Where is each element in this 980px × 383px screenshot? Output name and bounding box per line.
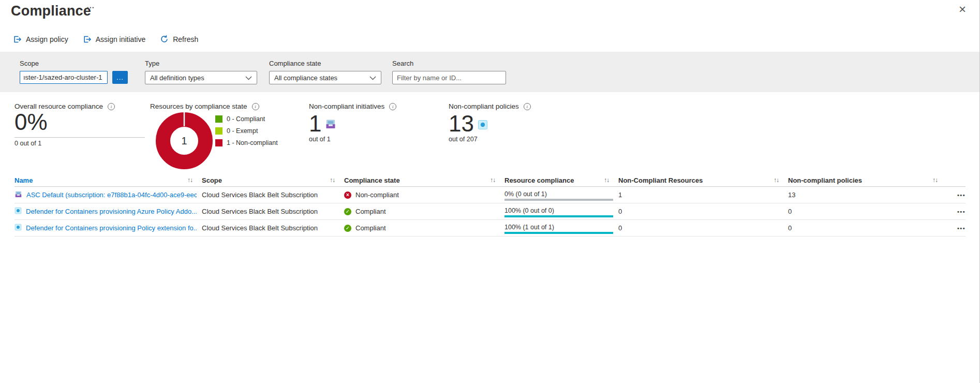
compliance-state-cell: Compliant [355, 208, 386, 215]
scope-filter: Scope ... [20, 60, 128, 84]
non-compliant-resources-cell: 1 [618, 191, 788, 199]
scope-cell: Cloud Services Black Belt Subscription [202, 208, 344, 215]
policy-name-link[interactable]: ASC Default (subscription: e7f88b1a-04fc… [26, 191, 197, 199]
compliance-state-dropdown-value: All compliance states [274, 74, 337, 82]
initiative-icon [14, 190, 22, 200]
sort-icon[interactable]: ↑↓ [774, 176, 779, 184]
compliance-state-filter: Compliance state All compliance states [269, 60, 381, 84]
column-header-name[interactable]: Name ↑↓ [14, 176, 202, 184]
chart-legend: 0 - Compliant 0 - Exempt 1 - Non-complia… [215, 115, 278, 146]
type-filter: Type All definition types [145, 60, 257, 84]
info-icon[interactable]: i [252, 103, 259, 110]
close-icon[interactable]: × [959, 3, 966, 16]
table-row: Defender for Containers provisioning Pol… [14, 220, 966, 237]
scope-browse-button[interactable]: ... [112, 71, 128, 84]
compliance-bar [504, 215, 613, 217]
title-more-icon[interactable]: ••• [87, 5, 95, 10]
non-compliant-initiatives-title: Non-compliant initiatives [309, 102, 384, 110]
policy-name-link[interactable]: Defender for Containers provisioning Azu… [26, 208, 197, 215]
assign-policy-button[interactable]: Assign policy [13, 35, 68, 43]
refresh-icon [160, 35, 169, 43]
table-header: Name ↑↓ Scope ↑↓ Compliance state ↑↓ Res… [14, 174, 966, 187]
non-compliant-policies-cell: 0 [788, 208, 947, 215]
column-header-compliance-state[interactable]: Compliance state ↑↓ [344, 176, 504, 184]
policy-icon [14, 224, 22, 232]
info-icon[interactable]: i [389, 103, 396, 110]
column-header-resource-compliance[interactable]: Resource compliance ↑↓ [504, 176, 618, 184]
chevron-down-icon [369, 74, 376, 82]
compliant-icon: ✓ [344, 208, 351, 215]
non-compliant-policies-cell: 13 [788, 191, 947, 199]
sort-icon[interactable]: ↑↓ [330, 176, 335, 184]
non-compliant-initiatives-sub: out of 1 [309, 136, 396, 143]
row-actions-icon[interactable]: ••• [957, 225, 966, 231]
non-compliant-icon: × [344, 192, 351, 199]
compliance-state-cell: Compliant [355, 224, 386, 232]
scope-input[interactable] [20, 71, 108, 84]
filter-band: Scope ... Type All definition types Comp… [0, 52, 979, 92]
refresh-button[interactable]: Refresh [160, 35, 198, 43]
sort-icon[interactable]: ↑↓ [604, 176, 609, 184]
column-header-non-compliant-policies[interactable]: Non-compliant policies ↑↓ [788, 176, 947, 184]
policy-icon [478, 120, 488, 136]
type-dropdown[interactable]: All definition types [145, 71, 257, 84]
non-compliant-resources-cell: 0 [618, 224, 788, 232]
search-input[interactable] [392, 71, 506, 84]
divider [14, 137, 145, 138]
search-label: Search [392, 60, 506, 67]
assign-policy-label: Assign policy [26, 35, 68, 43]
type-dropdown-value: All definition types [150, 74, 204, 82]
sort-icon[interactable]: ↑↓ [490, 176, 495, 184]
toolbar: Assign policy Assign initiative Refresh [13, 35, 198, 43]
overall-compliance-stat: Overall resource compliance i 0% 0 out o… [14, 102, 145, 147]
legend-label: 0 - Exempt [227, 127, 258, 135]
assign-icon [83, 35, 92, 43]
non-compliant-policies-stat: Non-compliant policies i 13 out of 207 [449, 102, 531, 143]
type-label: Type [145, 60, 257, 67]
non-compliant-policies-value: 13 [449, 112, 474, 136]
resource-compliance-cell: 0% (0 out of 1) [504, 190, 618, 198]
search-filter: Search [392, 60, 506, 84]
non-compliant-initiatives-value: 1 [309, 112, 321, 136]
compliance-donut-chart: 1 [155, 112, 213, 172]
assign-initiative-label: Assign initiative [96, 35, 146, 43]
compliance-state-cell: Non-compliant [355, 191, 399, 199]
non-compliant-policies-title: Non-compliant policies [449, 102, 519, 110]
row-actions-icon[interactable]: ••• [957, 192, 966, 198]
non-compliant-initiatives-stat: Non-compliant initiatives i 1 out of 1 [309, 102, 396, 143]
legend-swatch-exempt [215, 127, 222, 135]
compliance-blade: Compliance ••• × Assign policy Assign in… [0, 0, 980, 383]
scope-label: Scope [20, 60, 128, 67]
column-header-scope[interactable]: Scope ↑↓ [202, 176, 344, 184]
scope-cell: Cloud Services Black Belt Subscription [202, 224, 344, 232]
overall-compliance-value: 0% [14, 110, 145, 134]
policy-icon [14, 207, 22, 216]
scope-cell: Cloud Services Black Belt Subscription [202, 191, 344, 199]
donut-center-label: 1 [181, 135, 187, 146]
legend-label: 0 - Compliant [227, 115, 265, 123]
compliance-bar [504, 232, 613, 234]
assign-icon [13, 35, 22, 43]
compliance-bar [504, 199, 613, 201]
compliant-icon: ✓ [344, 225, 351, 232]
row-actions-icon[interactable]: ••• [957, 209, 966, 215]
sort-icon[interactable]: ↑↓ [932, 176, 938, 184]
non-compliant-policies-sub: out of 207 [449, 136, 531, 143]
sort-icon[interactable]: ↑↓ [187, 176, 192, 184]
info-icon[interactable]: i [524, 103, 531, 110]
policy-name-link[interactable]: Defender for Containers provisioning Pol… [26, 224, 197, 232]
initiative-icon [325, 119, 336, 136]
table-row: Defender for Containers provisioning Azu… [14, 203, 966, 220]
assign-initiative-button[interactable]: Assign initiative [83, 35, 146, 43]
compliance-state-dropdown[interactable]: All compliance states [269, 71, 381, 84]
chart-title: Resources by compliance state [150, 102, 247, 110]
table-row: ASC Default (subscription: e7f88b1a-04fc… [14, 187, 966, 203]
resource-compliance-cell: 100% (1 out of 1) [504, 224, 618, 231]
legend-item: 1 - Non-compliant [215, 139, 278, 146]
legend-label: 1 - Non-compliant [227, 139, 278, 146]
non-compliant-resources-cell: 0 [618, 208, 788, 215]
column-header-non-compliant-resources[interactable]: Non-Compliant Resources ↑↓ [618, 176, 788, 184]
compliance-table: Name ↑↓ Scope ↑↓ Compliance state ↑↓ Res… [0, 174, 966, 237]
legend-item: 0 - Exempt [215, 127, 278, 135]
info-icon[interactable]: i [108, 103, 115, 110]
